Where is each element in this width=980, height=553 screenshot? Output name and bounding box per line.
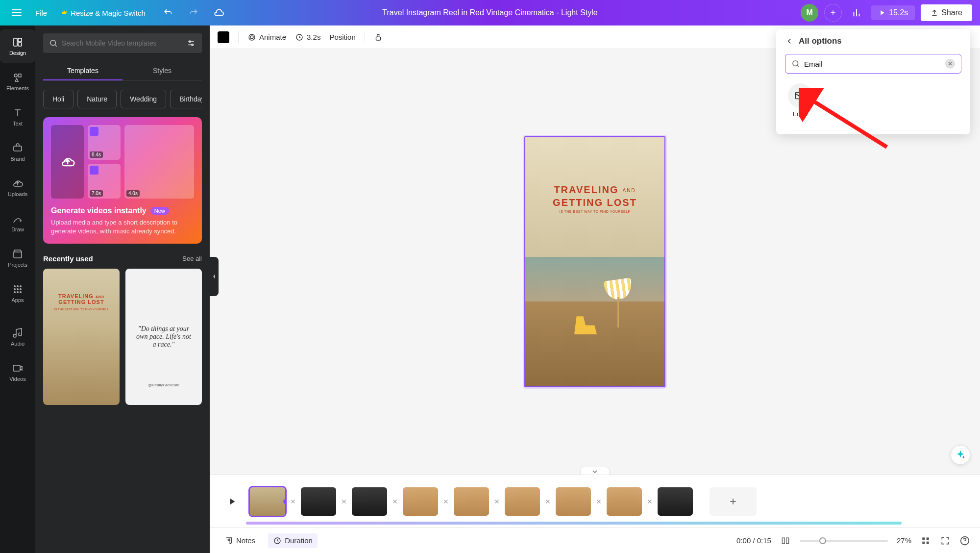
position-button[interactable]: Position — [329, 33, 355, 41]
tab-styles[interactable]: Styles — [122, 62, 202, 80]
rail-label: Videos — [9, 376, 25, 382]
template-search[interactable] — [43, 33, 202, 53]
resize-magic-switch-button[interactable]: Resize & Magic Switch — [55, 5, 151, 21]
generate-videos-card[interactable]: 8.4s 4.0s 7.0s Generate videos instantly… — [43, 117, 202, 244]
chip-birthday[interactable]: Birthday — [170, 90, 202, 108]
rail-uploads[interactable]: Uploads — [0, 171, 35, 204]
apps-icon — [12, 283, 24, 295]
popover-search-input[interactable] — [804, 60, 941, 68]
share-option-email[interactable]: Email — [785, 83, 815, 118]
svg-rect-4 — [18, 74, 21, 77]
rail-text[interactable]: Text — [0, 100, 35, 133]
tab-templates[interactable]: Templates — [43, 62, 122, 80]
zoom-thumb[interactable] — [819, 537, 826, 544]
transition-icon[interactable] — [594, 497, 604, 506]
panel-collapse-handle[interactable] — [210, 257, 219, 296]
fullscreen-button[interactable] — [940, 535, 951, 546]
svg-rect-32 — [795, 93, 805, 99]
transition-icon[interactable] — [339, 497, 349, 506]
audio-track[interactable] — [246, 522, 902, 525]
canvas-umbrella-graphic[interactable] — [605, 279, 632, 328]
rail-apps[interactable]: Apps — [0, 276, 35, 310]
gen-thumb-upload — [51, 125, 84, 199]
app-header: File Resize & Magic Switch Travel Instag… — [0, 0, 980, 25]
chip-wedding[interactable]: Wedding — [121, 90, 166, 108]
gen-thumb: 7.0s — [88, 164, 121, 199]
background-color-swatch[interactable] — [218, 31, 229, 43]
invite-button[interactable] — [824, 4, 842, 22]
cloud-sync-button[interactable] — [210, 4, 228, 22]
add-page-button[interactable] — [710, 487, 757, 516]
timeline-clip[interactable]: 1.5s — [658, 487, 693, 516]
chip-nature[interactable]: Nature — [77, 90, 117, 108]
canvas[interactable]: TRAVELINGAND GETTING LOST IS THE BEST WA… — [524, 136, 665, 387]
transition-icon[interactable] — [390, 497, 400, 506]
timeline-clip[interactable]: 1.5s — [454, 487, 489, 516]
insights-button[interactable] — [848, 4, 865, 22]
pages-view-button[interactable] — [780, 535, 791, 546]
rail-videos[interactable]: Videos — [0, 355, 35, 389]
canvas-subheading[interactable]: IS THE BEST WAY TO FIND YOURSELF — [525, 210, 664, 213]
projects-icon — [12, 248, 24, 260]
svg-rect-2 — [18, 43, 22, 46]
present-button[interactable]: 15.2s — [871, 5, 915, 20]
chevron-down-icon — [592, 470, 598, 474]
see-all-link[interactable]: See all — [182, 255, 202, 262]
clock-icon — [273, 536, 282, 545]
rail-divider — [8, 315, 27, 315]
timing-button[interactable]: 3.2s — [295, 33, 320, 42]
template-card-travel[interactable]: TRAVELING AND GETTING LOST IS THE BEST W… — [43, 269, 120, 405]
transition-icon[interactable] — [288, 497, 298, 506]
timeline-clip[interactable]: 1.5s — [505, 487, 540, 516]
timeline-clip[interactable]: 3.2s — [250, 487, 285, 516]
undo-button[interactable] — [159, 4, 177, 22]
grid-view-button[interactable] — [920, 535, 931, 546]
popover-search[interactable]: ✕ — [785, 54, 961, 74]
gen-thumb: 8.4s — [88, 125, 121, 160]
timeline-clip[interactable]: 1.5s — [301, 487, 336, 516]
popover-back-button[interactable]: All options — [776, 29, 970, 51]
rail-brand[interactable]: Brand — [0, 135, 35, 169]
share-button[interactable]: Share — [921, 4, 972, 21]
timeline-clip[interactable]: 1.5s — [403, 487, 438, 516]
redo-button[interactable] — [185, 4, 202, 22]
transition-icon[interactable] — [543, 497, 553, 506]
menu-button[interactable] — [8, 4, 25, 22]
help-button[interactable] — [959, 535, 970, 546]
rail-draw[interactable]: Draw — [0, 206, 35, 239]
rail-projects[interactable]: Projects — [0, 241, 35, 275]
svg-rect-26 — [922, 537, 925, 540]
template-search-input[interactable] — [62, 39, 182, 47]
user-avatar[interactable]: M — [801, 4, 818, 22]
duration-button[interactable]: Duration — [268, 533, 318, 548]
canvas-heading-2[interactable]: GETTING LOST — [525, 197, 664, 208]
magic-assistant-button[interactable] — [951, 445, 970, 465]
rail-elements[interactable]: Elements — [0, 65, 35, 98]
chart-icon — [851, 7, 862, 18]
animate-icon — [247, 33, 256, 42]
timeline-play-button[interactable] — [220, 490, 243, 513]
file-menu[interactable]: File — [29, 5, 53, 21]
clear-search-button[interactable]: ✕ — [945, 59, 955, 69]
filter-icon[interactable] — [186, 38, 196, 48]
transition-icon[interactable] — [492, 497, 502, 506]
canvas-heading-1[interactable]: TRAVELINGAND — [525, 184, 664, 196]
lock-button[interactable] — [374, 33, 383, 42]
playback-time: 0:00 / 0:15 — [736, 536, 771, 545]
animate-button[interactable]: Animate — [247, 33, 286, 42]
rail-audio[interactable]: Audio — [0, 320, 35, 353]
timeline: 3.2s1.5s1.5s -1.5s1.5s1.5s1.5s1.5s1.5s — [210, 475, 980, 528]
template-card-quote[interactable]: "Do things at your own pace. Life's not … — [125, 269, 202, 405]
transition-icon[interactable] — [645, 497, 655, 506]
notes-button[interactable]: Notes — [220, 533, 260, 548]
rail-design[interactable]: Design — [0, 29, 35, 63]
zoom-slider[interactable] — [800, 540, 888, 542]
timeline-clip[interactable]: 1.5s — [607, 487, 642, 516]
transition-icon[interactable] — [441, 497, 451, 506]
rail-label: Elements — [6, 85, 29, 91]
text-icon — [12, 107, 24, 119]
timeline-clip[interactable]: 1.5s — [556, 487, 591, 516]
document-title[interactable]: Travel Instagram Reel in Red Vintage Cin… — [382, 8, 597, 17]
chip-holi[interactable]: Holi — [43, 90, 74, 108]
timeline-clip[interactable]: 1.5s - — [352, 487, 387, 516]
